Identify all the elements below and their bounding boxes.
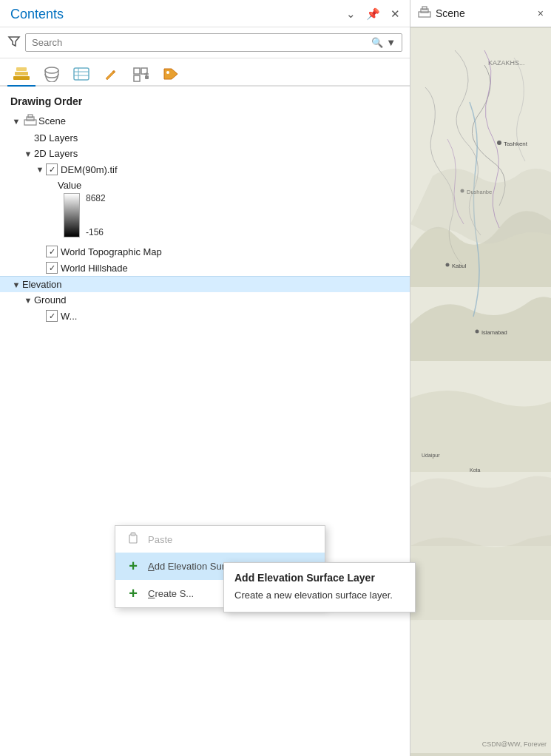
header-icons: ⌄ 📌 ✕: [344, 6, 402, 22]
svg-point-32: [476, 330, 479, 334]
tree-label-dem: DEM(90m).tif: [61, 164, 410, 175]
map-scene-icon: [418, 6, 431, 21]
toolbar-grid[interactable]: [127, 63, 154, 85]
search-row: 🔍 ▼: [0, 27, 410, 58]
search-input[interactable]: [32, 37, 371, 48]
toolbar-edit[interactable]: [98, 63, 124, 85]
panel-title: Contents: [10, 7, 64, 22]
tree-label-2d-layers: 2D Layers: [34, 148, 410, 159]
tooltip-title: Add Elevation Surface Layer: [234, 572, 405, 584]
gradient-low-value: -156: [86, 227, 106, 237]
toolbar-drawing-order[interactable]: [7, 63, 36, 85]
paste-icon: [126, 531, 141, 547]
create-label: Create S...: [148, 588, 194, 599]
svg-text:Kabul: Kabul: [452, 263, 467, 269]
map-title: Scene: [436, 7, 533, 19]
tree-item-scene[interactable]: ▼ Scene: [0, 112, 410, 130]
map-background: Tashkent Dushanbe Kabul Islamabad KAZAKH…: [410, 27, 551, 754]
tree-item-hillshade[interactable]: ✓ World Hillshade: [0, 260, 410, 276]
checkbox-hillshade[interactable]: ✓: [46, 262, 58, 274]
gradient-values: 8682 -156: [86, 193, 106, 237]
tree-item-w[interactable]: ✓ W...: [0, 308, 410, 324]
svg-text:Kota: Kota: [470, 468, 481, 473]
map-header: Scene ×: [410, 0, 551, 27]
svg-text:Islamabad: Islamabad: [481, 329, 507, 336]
drawing-order-label: Drawing Order: [0, 87, 410, 112]
watermark: CSDN@WW, Forever: [482, 740, 547, 748]
svg-point-16: [166, 71, 169, 74]
tree-item-dem[interactable]: ▼ ✓ DEM(90m).tif: [0, 161, 410, 178]
tree-label-w: W...: [61, 311, 410, 322]
tooltip-body: Create a new elevation surface layer.: [234, 588, 405, 603]
add-elevation-icon: +: [126, 558, 141, 575]
tree-item-value: Value: [0, 178, 410, 193]
checkbox-dem[interactable]: ✓: [46, 163, 58, 175]
tree-item-elevation[interactable]: ▼ Elevation: [0, 276, 410, 292]
toolbar-database[interactable]: [38, 63, 65, 85]
svg-rect-3: [16, 67, 27, 71]
close-icon[interactable]: ✕: [388, 6, 402, 22]
gradient-swatch-container: [64, 193, 80, 237]
svg-rect-5: [74, 68, 89, 80]
svg-text:KAZAKHS...: KAZAKHS...: [488, 59, 525, 67]
search-icon-area: 🔍 ▼: [371, 37, 396, 48]
gradient-high-value: 8682: [86, 193, 106, 203]
create-icon: +: [126, 585, 141, 602]
tree-item-3d-layers[interactable]: 3D Layers: [0, 130, 410, 146]
scene-icon: [22, 114, 38, 128]
svg-rect-21: [131, 533, 135, 536]
svg-point-26: [497, 141, 501, 145]
expand-arrow: ▼: [10, 117, 22, 126]
tree-item-2d-layers[interactable]: ▼ 2D Layers: [0, 146, 410, 161]
tree-label-hillshade: World Hillshade: [61, 263, 410, 274]
svg-rect-1: [13, 76, 30, 80]
expand-arrow-ground: ▼: [22, 296, 34, 305]
map-panel: Scene × Tashkent Dushanbe Kabul Islam: [410, 0, 551, 756]
svg-text:Udaipur: Udaipur: [422, 453, 440, 459]
svg-text:Tashkent: Tashkent: [504, 141, 528, 147]
tree-item-ground[interactable]: ▼ Ground: [0, 292, 410, 308]
context-menu-paste[interactable]: Paste: [115, 526, 325, 553]
svg-marker-0: [9, 37, 19, 46]
checkbox-topo[interactable]: ✓: [46, 246, 58, 257]
tree-item-world-topo[interactable]: ✓ World Topographic Map: [0, 243, 410, 260]
panel-header: Contents ⌄ 📌 ✕: [0, 0, 410, 27]
tree-label-elevation: Elevation: [22, 279, 410, 290]
expand-arrow-dem: ▼: [34, 165, 46, 174]
contents-panel: Contents ⌄ 📌 ✕ 🔍 ▼: [0, 0, 410, 756]
svg-rect-10: [134, 68, 140, 74]
gradient-section: 8682 -156: [0, 193, 410, 243]
svg-rect-13: [145, 75, 149, 79]
svg-point-30: [446, 263, 450, 267]
svg-rect-12: [134, 75, 140, 81]
tree-label-scene: Scene: [38, 115, 410, 126]
map-close-button[interactable]: ×: [538, 7, 544, 19]
toolbar-filter[interactable]: [68, 63, 95, 85]
filter-icon[interactable]: [7, 35, 21, 51]
expand-arrow-elevation: ▼: [10, 280, 22, 289]
content-area: Drawing Order ▼ Scene 3D Layers ▼ 2D Lay…: [0, 87, 410, 756]
tree-label-ground: Ground: [34, 294, 410, 306]
toolbar-tag[interactable]: [157, 63, 185, 85]
svg-rect-20: [129, 535, 137, 543]
tooltip-box: Add Elevation Surface Layer Create a new…: [223, 562, 416, 612]
tree-label-world-topo: World Topographic Map: [61, 246, 410, 257]
tree-label-value: Value: [58, 180, 410, 191]
collapse-icon[interactable]: ⌄: [344, 6, 358, 22]
paste-label: Paste: [148, 534, 172, 545]
search-box: 🔍 ▼: [25, 33, 402, 52]
expand-arrow-2d: ▼: [22, 149, 34, 158]
pin-icon[interactable]: 📌: [364, 6, 382, 22]
search-magnifier-icon[interactable]: 🔍: [371, 37, 383, 48]
search-dropdown-icon[interactable]: ▼: [386, 37, 396, 48]
gradient-swatch: [64, 193, 80, 237]
svg-rect-2: [15, 72, 28, 75]
checkbox-w[interactable]: ✓: [46, 310, 58, 322]
toolbar: [0, 58, 410, 87]
svg-point-4: [45, 67, 58, 73]
tree-label-3d-layers: 3D Layers: [34, 132, 410, 144]
